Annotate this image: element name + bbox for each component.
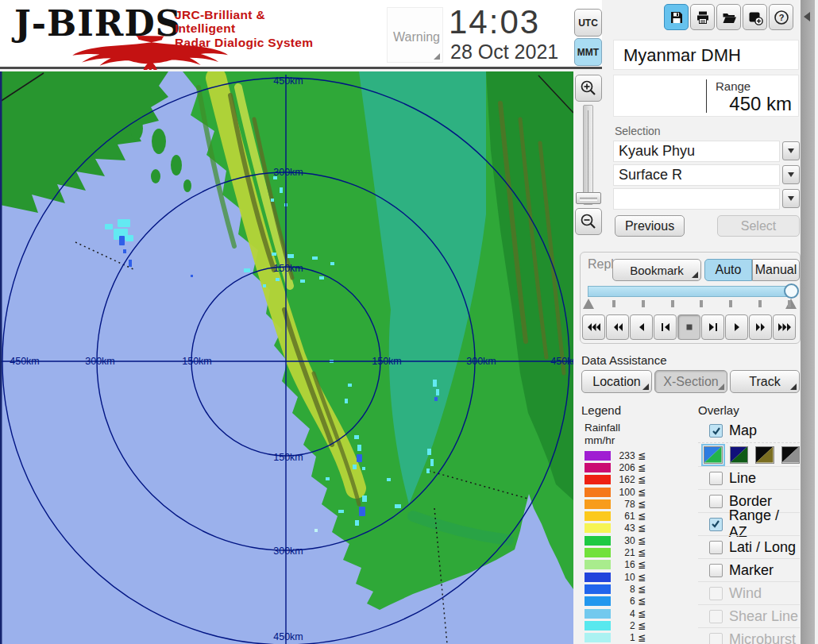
- legend-value: 233 ≦: [611, 450, 646, 461]
- station-select[interactable]: Kyauk Phyu: [613, 141, 780, 162]
- overlay-item-wind: Wind: [698, 581, 800, 604]
- stop-button[interactable]: [677, 314, 700, 340]
- legend-row: 100 ≦: [585, 486, 646, 498]
- legend-row: 2 ≦: [585, 619, 646, 631]
- select-button[interactable]: Select: [717, 215, 800, 237]
- overlay-item-map[interactable]: Map: [698, 419, 800, 442]
- play-reverse-button[interactable]: [630, 314, 653, 340]
- radar-map[interactable]: 450km 300km 150km 150km 300km 450km 450k…: [0, 71, 573, 644]
- header: J-BIRDS JRC-Brilliant & Intelligent Rada…: [0, 0, 602, 69]
- zoom-slider-handle[interactable]: [576, 192, 601, 204]
- dist-label-v0: 450km: [273, 75, 303, 87]
- legend-row: 30 ≦: [585, 534, 646, 546]
- legend-row: 233 ≦: [585, 449, 646, 461]
- option-select-arrow-button[interactable]: [782, 189, 800, 208]
- fast-rewind-3-button[interactable]: [582, 314, 605, 340]
- svg-text:?: ?: [778, 13, 784, 22]
- fast-forward-3-button[interactable]: [773, 314, 796, 340]
- map-style-olive[interactable]: [755, 446, 774, 464]
- play-button[interactable]: [725, 314, 748, 340]
- range-value: 450 km: [729, 93, 792, 115]
- legend-scale: 233 ≦ 206 ≦ 162 ≦ 100 ≦ 78 ≦ 61 ≦ 43 ≦ 3…: [585, 449, 646, 644]
- overlay-item-range-az[interactable]: Range / AZ: [698, 512, 800, 535]
- print-icon: [695, 10, 711, 25]
- save-button[interactable]: [664, 4, 689, 30]
- legend-value: 30 ≦: [611, 535, 646, 546]
- map-style-dark[interactable]: [730, 446, 749, 464]
- fast-rewind-2-button[interactable]: [606, 314, 629, 340]
- stop-icon: [685, 322, 694, 332]
- slider-start-marker-icon[interactable]: [583, 299, 594, 309]
- zoom-in-button[interactable]: [575, 75, 602, 102]
- range-az-checkbox[interactable]: [709, 518, 723, 531]
- range-divider: [706, 79, 707, 113]
- clock-date: 28 Oct 2021: [450, 40, 558, 64]
- zoom-out-button[interactable]: [575, 208, 602, 235]
- zoom-slider-track[interactable]: [583, 105, 593, 205]
- help-button[interactable]: ?: [769, 4, 793, 30]
- fast-forward-2-button[interactable]: [749, 314, 772, 340]
- product-select[interactable]: Surface R: [613, 164, 780, 186]
- line-checkbox[interactable]: [709, 472, 723, 485]
- step-back-button[interactable]: [654, 314, 677, 340]
- overlay-item-label: Marker: [729, 562, 774, 579]
- location-button[interactable]: Location: [581, 370, 652, 393]
- previous-button[interactable]: Previous: [615, 215, 685, 237]
- legend-swatch: [585, 523, 611, 533]
- open-folder-button[interactable]: [716, 4, 741, 30]
- map-checkbox[interactable]: [709, 424, 723, 438]
- legend-row: 61 ≦: [585, 510, 646, 522]
- overlay-item-lati-long[interactable]: Lati / Long: [698, 535, 800, 558]
- station-title: Myanmar DMH: [623, 45, 741, 66]
- warning-label: Warning: [393, 30, 440, 44]
- product-select-arrow-button[interactable]: [782, 165, 800, 184]
- mmt-button[interactable]: MMT: [574, 38, 602, 66]
- range-box: Range 450 km: [613, 75, 799, 117]
- map-style-gray[interactable]: [781, 446, 801, 464]
- dist-label-h3: 150km: [372, 356, 402, 367]
- marker-checkbox[interactable]: [709, 564, 723, 577]
- selection-row-option: [613, 188, 800, 210]
- chevron-down-icon: [788, 172, 794, 177]
- legend-row: 206 ≦: [585, 461, 646, 473]
- station-select-arrow-button[interactable]: [782, 141, 800, 160]
- replay-slider-handle[interactable]: [784, 283, 799, 299]
- legend-row: 10 ≦: [585, 571, 646, 583]
- dist-label-h4: 300km: [466, 356, 496, 367]
- bookmark-button[interactable]: Bookmark: [612, 259, 701, 281]
- eagle-icon: [8, 33, 322, 70]
- map-style-terrain[interactable]: [704, 446, 723, 464]
- step-forward-button[interactable]: [701, 314, 724, 340]
- play-icon: [732, 322, 742, 332]
- play-reverse-icon: [637, 322, 646, 332]
- add-image-button[interactable]: [743, 4, 767, 30]
- option-select[interactable]: [613, 188, 780, 210]
- utc-button[interactable]: UTC: [574, 9, 602, 37]
- overlay-list: Map Line Border Range / AZ Lati / Long M…: [698, 419, 800, 644]
- overlay-item-label: Line: [729, 470, 756, 487]
- print-button[interactable]: [690, 4, 715, 30]
- legend-value: 206 ≦: [611, 462, 646, 473]
- auto-button[interactable]: Auto: [704, 259, 752, 281]
- lati-long-checkbox[interactable]: [709, 541, 723, 554]
- xsection-button[interactable]: X-Section: [654, 370, 727, 393]
- logo-subtitle-line1: JRC-Brilliant & Intelligent: [175, 8, 324, 36]
- manual-button[interactable]: Manual: [752, 259, 800, 281]
- legend-swatch: [585, 560, 611, 569]
- range-label: Range: [716, 79, 750, 93]
- forward-2-icon: [754, 322, 767, 332]
- legend-row: 21 ≦: [585, 546, 646, 558]
- replay-slider-track[interactable]: [588, 286, 796, 297]
- map-left-border: [0, 71, 2, 644]
- warning-button[interactable]: Warning: [387, 7, 443, 63]
- panel-collapse-strip[interactable]: [801, 0, 815, 644]
- dist-label-v5: 450km: [273, 631, 303, 642]
- track-button[interactable]: Track: [730, 370, 800, 393]
- border-checkbox[interactable]: [709, 495, 723, 508]
- dist-label-v2: 150km: [273, 263, 303, 274]
- station-title-box: Myanmar DMH: [613, 40, 799, 70]
- zoom-out-icon: [580, 213, 597, 230]
- location-label: Location: [592, 375, 641, 389]
- overlay-item-marker[interactable]: Marker: [698, 558, 800, 581]
- overlay-item-line[interactable]: Line: [698, 466, 800, 489]
